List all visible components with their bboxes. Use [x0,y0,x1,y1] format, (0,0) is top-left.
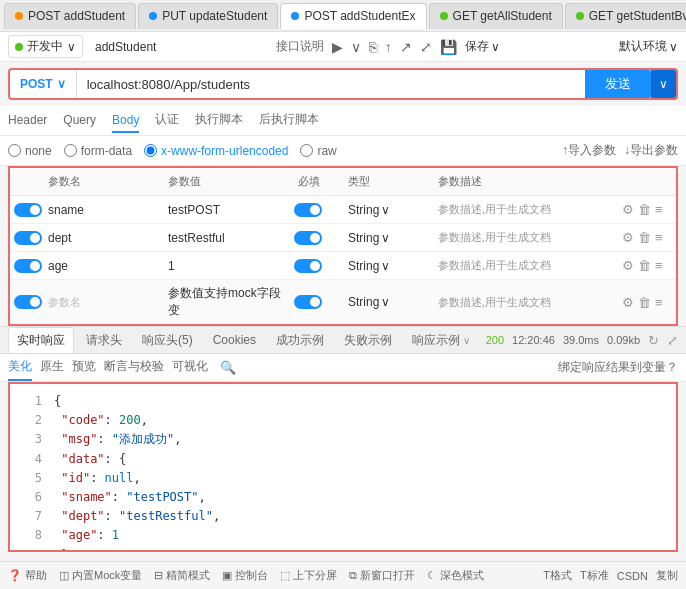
toggle-required-new[interactable] [294,295,322,309]
split-screen-btn[interactable]: ⬚ 上下分屏 [280,568,337,583]
csdn-link[interactable]: CSDN [617,570,648,582]
param-value-sname: testPOST [164,201,294,219]
env-down-icon: ∨ [669,40,678,54]
delete-icon[interactable]: 🗑 [638,230,651,245]
settings-icon[interactable]: ⚙ [622,258,634,273]
tab-header[interactable]: Header [8,109,47,133]
delete-icon[interactable]: 🗑 [638,202,651,217]
toggle-new[interactable] [14,295,42,309]
resp-tab-example[interactable]: 响应示例 ∨ [404,328,478,353]
save-btn[interactable]: 保存 ∨ [465,38,500,55]
resp-view-raw[interactable]: 原生 [40,354,64,381]
compact-mode-btn[interactable]: ⊟ 精简模式 [154,568,210,583]
resp-view-visual[interactable]: 可视化 [172,354,208,381]
interface-doc-btn[interactable]: 接口说明 [276,38,324,55]
type-urlencoded[interactable]: x-www-form-urlencoded [144,144,288,158]
mock-vars-btn[interactable]: ◫ 内置Mock变量 [59,568,142,583]
col-type: 类型 [344,172,434,191]
resp-tab-realtime[interactable]: 实时响应 [8,327,74,353]
resp-tab-success[interactable]: 成功示例 [268,328,332,353]
method-select[interactable]: POST ∨ [10,70,77,98]
tab-post-script[interactable]: 后执行脚本 [259,107,319,134]
resp-tab-cookies[interactable]: Cookies [205,329,264,351]
delete-icon[interactable]: 🗑 [638,258,651,273]
search-icon[interactable]: 🔍 [220,360,236,375]
drag-icon[interactable]: ≡ [655,230,663,245]
resp-tab-dropdown[interactable]: ∨ [463,335,470,346]
send-button[interactable]: 发送 [585,70,651,98]
drag-icon[interactable]: ≡ [655,295,663,310]
type-none-radio[interactable] [8,144,21,157]
resp-view-preview[interactable]: 预览 [72,354,96,381]
resp-tab-fail[interactable]: 失败示例 [336,328,400,353]
param-actions-dept: ⚙ 🗑 ≡ [622,230,672,245]
tab-get-studentbvlc[interactable]: GET getStudentBvlc [565,3,686,29]
code-line-5: 5 "id": null, [22,469,664,488]
copy-icon[interactable]: ⎘ [369,39,377,55]
settings-icon[interactable]: ⚙ [622,295,634,310]
type-none[interactable]: none [8,144,52,158]
toggle-required-age[interactable] [294,259,322,273]
type-formdata-radio[interactable] [64,144,77,157]
type-formdata[interactable]: form-data [64,144,132,158]
tab-get-allstudent[interactable]: GET getAllStudent [429,3,563,29]
param-value-dept: testRestful [164,229,294,247]
env-select[interactable]: 开发中 ∨ [8,35,83,58]
table-row: age 1 String∨ 参数描述,用于生成文档 ⚙ 🗑 ≡ [10,252,676,280]
settings-icon[interactable]: ⚙ [622,202,634,217]
expand-icon[interactable]: ⤢ [420,39,432,55]
dot-blue [291,12,299,20]
toggle-age[interactable] [14,259,42,273]
dropdown-icon[interactable]: ∨ [351,39,361,55]
format-btn[interactable]: T格式 [543,568,572,583]
new-param-name[interactable]: 参数名 [44,293,164,312]
settings-icon[interactable]: ⚙ [622,230,634,245]
type-urlencoded-radio[interactable] [144,144,157,157]
console-btn[interactable]: ▣ 控制台 [222,568,268,583]
delete-icon[interactable]: 🗑 [638,295,651,310]
standard-btn[interactable]: T标准 [580,568,609,583]
type-raw-radio[interactable] [300,144,313,157]
export-params-label: 导出参数 [630,143,678,157]
new-window-btn[interactable]: ⧉ 新窗口打开 [349,568,415,583]
code-line-9: 9 } [22,546,664,553]
resp-tab-reqheader[interactable]: 请求头 [78,328,130,353]
tab-put-updatestudent[interactable]: PUT updateStudent [138,3,278,29]
type-raw[interactable]: raw [300,144,336,158]
tab-auth[interactable]: 认证 [155,107,179,134]
help-btn[interactable]: ❓ 帮助 [8,568,47,583]
fullscreen-icon[interactable]: ⤢ [667,333,678,348]
import-params-btn[interactable]: ↑导入参数 [562,142,616,159]
param-desc-dept: 参数描述,用于生成文档 [434,228,622,247]
tab-pre-script[interactable]: 执行脚本 [195,107,243,134]
export-params-btn[interactable]: ↓导出参数 [624,142,678,159]
toggle-required-dept[interactable] [294,231,322,245]
param-type-sname: String∨ [344,201,434,219]
toggle-dept[interactable] [14,231,42,245]
toggle-required-sname[interactable] [294,203,322,217]
save-icon[interactable]: 💾 [440,39,457,55]
share-icon[interactable]: ↗ [400,39,412,55]
tab-post-addstudentex[interactable]: POST addStudentEx [280,3,426,29]
code-line-6: 6 "sname": "testPOST", [22,488,664,507]
upload-icon[interactable]: ↑ [385,39,392,55]
url-input[interactable] [77,77,585,92]
copy-btn[interactable]: 复制 [656,568,678,583]
bind-response-label[interactable]: 绑定响应结果到变量？ [558,359,678,376]
status-code: 200 [486,334,504,346]
toggle-sname[interactable] [14,203,42,217]
tab-post-addstudent[interactable]: POST addStudent [4,3,136,29]
resp-tab-respheader[interactable]: 响应头(5) [134,328,201,353]
default-env-btn[interactable]: 默认环境 ∨ [619,38,678,55]
refresh-icon[interactable]: ↻ [648,333,659,348]
run-icon[interactable]: ▶ [332,39,343,55]
resp-view-assert[interactable]: 断言与校验 [104,354,164,381]
tab-body[interactable]: Body [112,109,139,133]
tab-query[interactable]: Query [63,109,96,133]
drag-icon[interactable]: ≡ [655,258,663,273]
dark-mode-btn[interactable]: ☾ 深色模式 [427,568,484,583]
param-value-age: 1 [164,257,294,275]
send-dropdown[interactable]: ∨ [651,70,676,98]
resp-view-beautify[interactable]: 美化 [8,354,32,381]
drag-icon[interactable]: ≡ [655,202,663,217]
